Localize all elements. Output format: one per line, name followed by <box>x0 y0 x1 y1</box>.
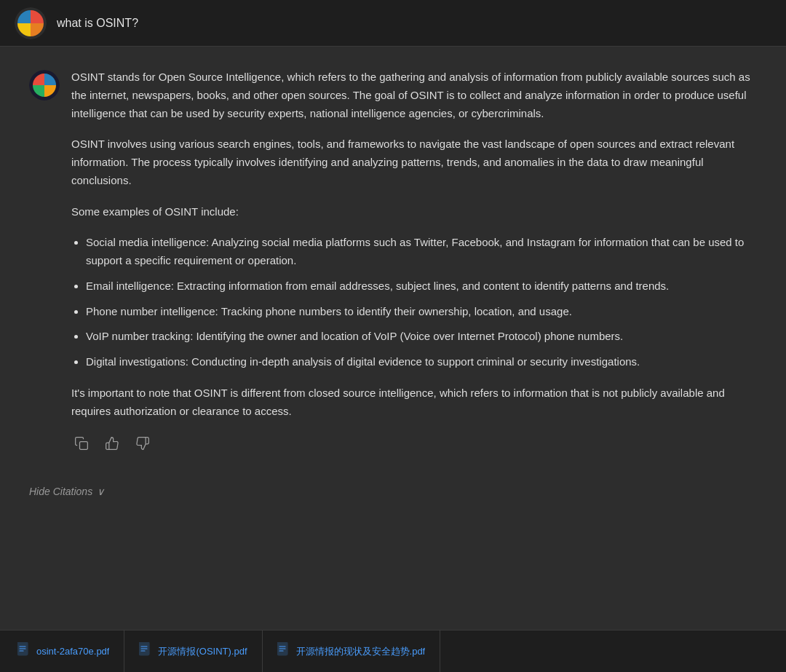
citation-item-3[interactable]: 开源情报的现状及安全趋势.pdf <box>263 631 441 672</box>
hide-citations-button[interactable]: Hide Citations ∨ <box>29 483 104 500</box>
citation-item-1[interactable]: osint-2afa70e.pdf <box>15 631 124 672</box>
citation-file-icon-2 <box>139 642 152 660</box>
paragraph-closing: It's important to note that OSINT is dif… <box>71 384 757 421</box>
paragraph-1: OSINT stands for Open Source Intelligenc… <box>71 68 757 122</box>
app-logo <box>15 7 47 39</box>
examples-list: Social media intelligence: Analyzing soc… <box>86 234 757 371</box>
citation-name-3: 开源情报的现状及安全趋势.pdf <box>296 645 426 658</box>
action-bar <box>71 433 757 454</box>
citation-item-2[interactable]: 开源情报(OSINT).pdf <box>124 631 262 672</box>
copy-button[interactable] <box>71 433 92 454</box>
list-item: VoIP number tracking: Identifying the ow… <box>86 328 757 346</box>
main-content: OSINT stands for Open Source Intelligenc… <box>0 47 786 630</box>
paragraph-3: Some examples of OSINT include: <box>71 203 757 221</box>
avatar <box>29 70 60 100</box>
svg-rect-2 <box>80 442 88 450</box>
thumbs-up-button[interactable] <box>102 433 122 454</box>
message-body: OSINT stands for Open Source Intelligenc… <box>71 68 757 461</box>
list-item: Email intelligence: Extracting informati… <box>86 277 757 296</box>
paragraph-2: OSINT involves using various search engi… <box>71 135 757 189</box>
header-title: what is OSINT? <box>57 17 138 30</box>
list-item: Digital investigations: Conducting in-de… <box>86 353 757 371</box>
citation-name-1: osint-2afa70e.pdf <box>36 646 109 657</box>
hide-citations-label: Hide Citations <box>29 486 92 497</box>
list-item: Phone number intelligence: Tracking phon… <box>86 303 757 321</box>
citation-file-icon-1 <box>17 642 31 660</box>
thumbs-down-button[interactable] <box>132 433 153 454</box>
citation-name-2: 开源情报(OSINT).pdf <box>158 645 247 658</box>
citations-section: Hide Citations ∨ <box>0 475 786 500</box>
citations-bar: osint-2afa70e.pdf 开源情报(OSINT).pdf 开源情报的现… <box>0 630 786 672</box>
citation-file-icon-3 <box>277 642 290 660</box>
chevron-down-icon: ∨ <box>97 486 104 497</box>
app-header: what is OSINT? <box>0 0 786 47</box>
list-item: Social media intelligence: Analyzing soc… <box>86 234 757 270</box>
ai-message: OSINT stands for Open Source Intelligenc… <box>0 68 786 475</box>
